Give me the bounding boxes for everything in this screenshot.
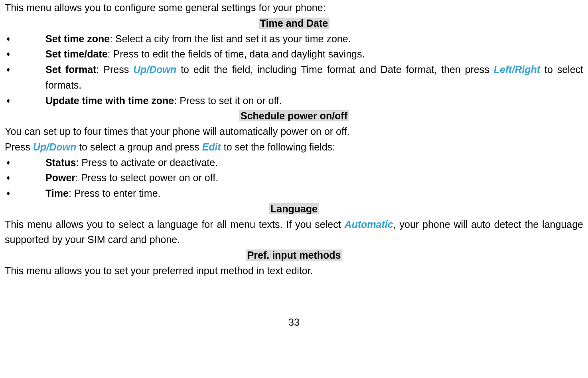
- intro-paragraph: This menu allows you to configure some g…: [5, 0, 583, 16]
- language-para: This menu allows you to select a languag…: [5, 217, 583, 248]
- pref-input-para: This menu allows you to set your preferr…: [5, 263, 583, 279]
- text: This menu allows you to select a languag…: [5, 219, 344, 230]
- list-item: Update time with time zone: Press to set…: [5, 93, 583, 109]
- key-updown: Up/Down: [33, 141, 76, 152]
- list-item: Set format: Press Up/Down to edit the fi…: [5, 62, 583, 93]
- page-number: 33: [5, 315, 583, 330]
- list-item: Status: Press to activate or deactivate.: [5, 155, 583, 170]
- item-text: to edit the field, including Time format…: [176, 64, 493, 75]
- item-text: : Press to set it on or off.: [174, 95, 282, 106]
- key-updown: Up/Down: [133, 64, 176, 75]
- list-item: Power: Press to select power on or off.: [5, 170, 583, 186]
- item-label: Set time zone: [45, 33, 110, 44]
- list-item: Time: Press to enter time.: [5, 186, 583, 201]
- schedule-list: Status: Press to activate or deactivate.…: [5, 155, 583, 201]
- key-leftright: Left/Right: [494, 64, 541, 75]
- heading-schedule: Schedule power on/off: [5, 108, 583, 124]
- heading-schedule-text: Schedule power on/off: [239, 110, 349, 121]
- time-date-list: Set time zone: Select a city from the li…: [5, 31, 583, 109]
- heading-time-date: Time and Date: [5, 16, 583, 31]
- text: to set the following fields:: [221, 141, 335, 152]
- item-label: Time: [45, 188, 69, 199]
- item-label: Status: [45, 157, 76, 168]
- item-text: : Press to enter time.: [69, 188, 161, 199]
- text: Press: [5, 141, 33, 152]
- item-text: : Press to activate or deactivate.: [76, 157, 218, 168]
- schedule-para-2: Press Up/Down to select a group and pres…: [5, 139, 583, 155]
- item-label: Update time with time zone: [45, 95, 174, 106]
- key-automatic: Automatic: [344, 219, 393, 230]
- heading-language-text: Language: [269, 203, 319, 214]
- heading-pref-input: Pref. input methods: [5, 247, 583, 263]
- item-text: : Select a city from the list and set it…: [110, 33, 351, 44]
- item-label: Set time/date: [45, 48, 108, 59]
- item-text: : Press: [97, 64, 134, 75]
- item-label: Set format: [45, 64, 97, 75]
- item-text: : Press to edit the fields of time, data…: [108, 48, 365, 59]
- heading-time-date-text: Time and Date: [258, 18, 330, 29]
- page: This menu allows you to configure some g…: [0, 0, 588, 346]
- heading-pref-input-text: Pref. input methods: [246, 249, 343, 261]
- list-item: Set time zone: Select a city from the li…: [5, 31, 583, 47]
- key-edit: Edit: [202, 141, 221, 152]
- item-text: : Press to select power on or off.: [75, 172, 218, 183]
- schedule-para-1: You can set up to four times that your p…: [5, 124, 583, 139]
- text: to select a group and press: [76, 141, 202, 152]
- list-item: Set time/date: Press to edit the fields …: [5, 46, 583, 62]
- heading-language: Language: [5, 201, 583, 217]
- item-label: Power: [45, 172, 75, 183]
